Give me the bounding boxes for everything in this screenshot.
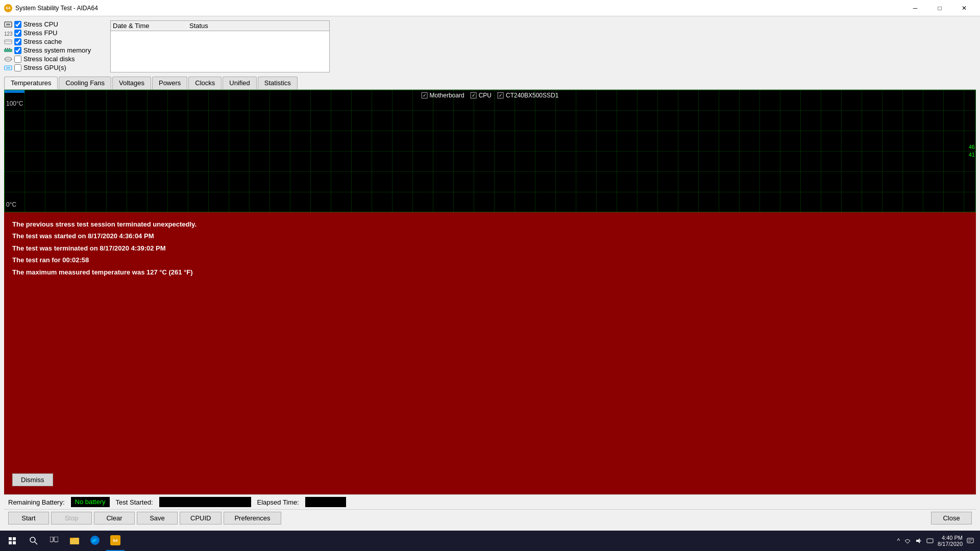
stress-gpu-checkbox[interactable] xyxy=(14,64,21,71)
stress-disks-label: Stress local disks xyxy=(23,55,75,63)
status-col1-header: Date & Time xyxy=(113,22,189,30)
minimize-button[interactable]: ─ xyxy=(903,0,927,16)
elapsed-label: Elapsed Time: xyxy=(257,498,299,506)
stress-option-gpu: Stress GPU(s) xyxy=(4,64,106,71)
legend-motherboard[interactable]: Motherboard xyxy=(422,92,464,99)
task-view-button[interactable] xyxy=(45,531,63,551)
stress-option-fpu: 123 Stress FPU xyxy=(4,29,106,37)
notification-icon[interactable] xyxy=(967,537,974,544)
svg-text:123: 123 xyxy=(4,31,12,36)
tab-powers[interactable]: Powers xyxy=(152,77,187,89)
status-bar: Remaining Battery: No battery Test Start… xyxy=(4,494,976,509)
tab-voltages[interactable]: Voltages xyxy=(112,77,151,89)
svg-line-16 xyxy=(35,542,37,544)
stress-cpu-label: Stress CPU xyxy=(23,20,58,28)
stress-fpu-checkbox[interactable] xyxy=(14,30,21,37)
legend-ssd[interactable]: CT240BX500SSD1 xyxy=(498,92,558,99)
taskbar-search-button[interactable] xyxy=(24,531,43,551)
tab-clocks[interactable]: Clocks xyxy=(188,77,222,89)
stress-cache-label: Stress cache xyxy=(23,38,62,45)
aida64-taskbar-icon: 64 xyxy=(110,535,120,545)
tab-statistics[interactable]: Statistics xyxy=(258,77,298,89)
taskbar-edge[interactable] xyxy=(86,531,104,551)
test-started-value xyxy=(159,497,251,507)
status-table-header: Date & Time Status xyxy=(111,21,329,31)
top-section: Stress CPU 123 Stress FPU Stress cache xyxy=(4,20,976,72)
svg-rect-1 xyxy=(6,23,10,26)
keyboard-icon[interactable] xyxy=(926,537,934,544)
start-button[interactable]: Start xyxy=(8,512,49,524)
clear-button[interactable]: Clear xyxy=(94,512,135,524)
taskbar-clock[interactable]: 4:40 PM 8/17/2020 xyxy=(938,535,963,547)
svg-rect-18 xyxy=(54,537,58,542)
dismiss-button[interactable]: Dismiss xyxy=(12,473,53,486)
clock-time: 4:40 PM xyxy=(942,535,963,541)
taskbar-aida64[interactable]: 64 xyxy=(106,531,125,551)
svg-rect-8 xyxy=(9,48,10,49)
network-icon[interactable] xyxy=(904,537,911,544)
window-controls: ─ □ ✕ xyxy=(903,0,976,16)
status-table-body xyxy=(111,31,329,72)
clock-date: 8/17/2020 xyxy=(938,541,963,547)
svg-rect-7 xyxy=(7,48,8,49)
svg-marker-21 xyxy=(916,538,920,543)
tabs-container: Temperatures Cooling Fans Voltages Power… xyxy=(4,77,976,90)
legend-motherboard-checkbox[interactable] xyxy=(422,92,428,98)
stress-memory-label: Stress system memory xyxy=(23,46,91,54)
legend-ssd-label: CT240BX500SSD1 xyxy=(506,92,558,99)
test-started-label: Test Started: xyxy=(116,498,153,506)
svg-rect-12 xyxy=(6,67,10,69)
cpuid-button[interactable]: CPUID xyxy=(180,512,222,524)
memory-icon xyxy=(4,47,12,54)
maximize-button[interactable]: □ xyxy=(928,0,951,16)
tab-temperatures[interactable]: Temperatures xyxy=(4,77,58,89)
title-bar: 64 System Stability Test - AIDA64 ─ □ ✕ xyxy=(0,0,980,16)
chart-area: Motherboard CPU CT240BX500SSD1 100°C 0°C… xyxy=(4,90,976,212)
chart-legend: Motherboard CPU CT240BX500SSD1 xyxy=(422,92,559,99)
stress-gpu-label: Stress GPU(s) xyxy=(23,64,66,71)
stress-disks-checkbox[interactable] xyxy=(14,56,21,63)
svg-rect-6 xyxy=(5,48,6,49)
tab-cooling[interactable]: Cooling Fans xyxy=(59,77,111,89)
stress-option-memory: Stress system memory xyxy=(4,46,106,54)
stress-option-disks: Stress local disks xyxy=(4,55,106,63)
error-line1: The previous stress test session termina… xyxy=(12,218,968,230)
taskbar-file-explorer[interactable] xyxy=(65,531,84,551)
stress-cache-checkbox[interactable] xyxy=(14,38,21,45)
fpu-icon: 123 xyxy=(4,30,12,36)
legend-cpu-label: CPU xyxy=(479,92,492,99)
svg-rect-26 xyxy=(967,538,973,543)
save-button[interactable]: Save xyxy=(137,512,178,524)
disk-icon xyxy=(4,56,12,62)
preferences-button[interactable]: Preferences xyxy=(224,512,281,524)
legend-cpu[interactable]: CPU xyxy=(471,92,492,99)
stop-button[interactable]: Stop xyxy=(51,512,92,524)
legend-cpu-checkbox[interactable] xyxy=(471,92,477,98)
show-hidden-icon[interactable]: ^ xyxy=(897,537,900,544)
window-title: System Stability Test - AIDA64 xyxy=(15,5,903,12)
search-icon xyxy=(30,537,38,545)
start-menu-button[interactable] xyxy=(2,531,22,551)
taskbar: 64 ^ 4:40 PM 8/17/2020 xyxy=(0,531,980,551)
stress-option-cpu: Stress CPU xyxy=(4,20,106,28)
volume-icon[interactable] xyxy=(915,537,922,544)
tab-unified[interactable]: Unified xyxy=(223,77,256,89)
stress-option-cache: Stress cache xyxy=(4,38,106,45)
svg-rect-17 xyxy=(50,537,53,542)
taskbar-tray: ^ 4:40 PM 8/17/2020 xyxy=(897,535,978,547)
main-window: Stress CPU 123 Stress FPU Stress cache xyxy=(0,16,980,531)
battery-label: Remaining Battery: xyxy=(8,498,65,506)
stress-fpu-label: Stress FPU xyxy=(23,29,57,37)
stress-memory-checkbox[interactable] xyxy=(14,47,21,54)
legend-motherboard-label: Motherboard xyxy=(430,92,464,99)
close-button[interactable]: Close xyxy=(931,512,972,524)
legend-ssd-checkbox[interactable] xyxy=(498,92,504,98)
error-line2: The test was started on 8/17/2020 4:36:0… xyxy=(12,230,968,242)
status-table: Date & Time Status xyxy=(110,20,330,72)
svg-point-15 xyxy=(30,537,35,542)
stress-cpu-checkbox[interactable] xyxy=(14,21,21,28)
file-explorer-icon xyxy=(69,535,80,545)
svg-rect-3 xyxy=(5,40,12,44)
close-window-button[interactable]: ✕ xyxy=(952,0,976,16)
inner-content: The previous stress test session termina… xyxy=(4,212,976,527)
